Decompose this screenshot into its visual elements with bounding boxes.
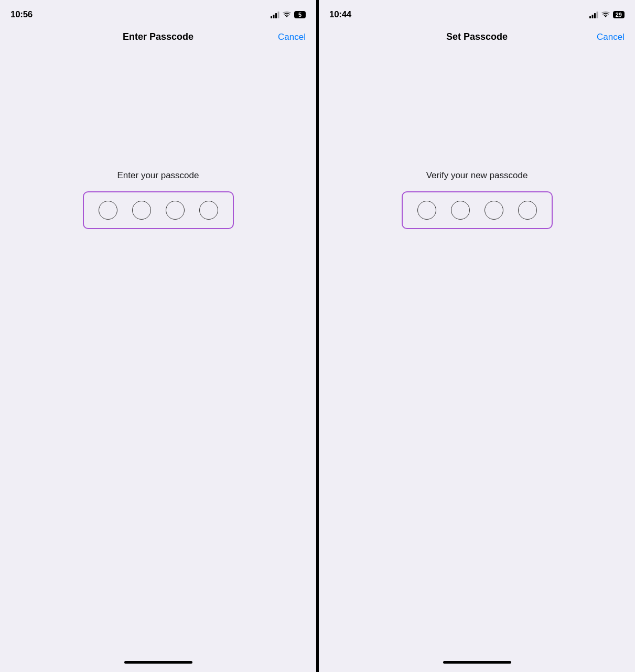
- left-passcode-input[interactable]: [83, 191, 234, 229]
- left-time: 10:56: [10, 9, 33, 20]
- left-cancel-button[interactable]: Cancel: [269, 32, 306, 42]
- right-status-bar: 10:44 29: [319, 0, 635, 26]
- left-passcode-prompt: Enter your passcode: [117, 170, 199, 181]
- right-time: 10:44: [329, 9, 351, 20]
- right-screen: 10:44 29 Set Passcode Cancel Veri: [319, 0, 635, 672]
- left-home-bar: [124, 661, 192, 664]
- left-dot-1: [99, 201, 117, 220]
- wifi-icon: [283, 12, 291, 18]
- left-dot-2: [132, 201, 151, 220]
- left-nav-bar: Enter Passcode Cancel: [0, 26, 316, 50]
- right-dot-1: [417, 201, 436, 220]
- wifi-icon: [601, 12, 610, 18]
- svg-rect-5: [591, 15, 593, 18]
- svg-rect-4: [589, 16, 591, 18]
- right-nav-bar: Set Passcode Cancel: [319, 26, 635, 50]
- svg-rect-1: [273, 15, 275, 18]
- right-dot-2: [451, 201, 470, 220]
- signal-icon: [271, 12, 279, 18]
- left-screen: 10:56 5 Enter Passcode Cancel Ent: [0, 0, 319, 672]
- left-dot-4: [199, 201, 218, 220]
- right-status-icons: 29: [589, 11, 625, 18]
- left-status-bar: 10:56 5: [0, 0, 316, 26]
- right-battery: 29: [613, 11, 625, 18]
- right-cancel-button[interactable]: Cancel: [588, 32, 625, 42]
- right-home-bar: [443, 661, 511, 664]
- svg-rect-2: [275, 13, 277, 18]
- left-home-indicator: [0, 661, 316, 672]
- signal-icon: [589, 12, 598, 18]
- svg-rect-6: [594, 13, 596, 18]
- right-passcode-input[interactable]: [402, 191, 553, 229]
- left-nav-title: Enter Passcode: [47, 31, 269, 42]
- svg-rect-0: [271, 16, 272, 18]
- left-main-content: Enter your passcode: [0, 50, 316, 661]
- right-home-indicator: [319, 661, 635, 672]
- svg-rect-3: [278, 12, 279, 18]
- right-dot-4: [518, 201, 537, 220]
- right-main-content: Verify your new passcode: [319, 50, 635, 661]
- left-dot-3: [166, 201, 185, 220]
- left-battery: 5: [294, 11, 306, 18]
- right-nav-title: Set Passcode: [366, 31, 588, 42]
- svg-rect-7: [596, 12, 598, 18]
- left-status-icons: 5: [271, 11, 306, 18]
- right-dot-3: [485, 201, 503, 220]
- right-passcode-prompt: Verify your new passcode: [426, 170, 528, 181]
